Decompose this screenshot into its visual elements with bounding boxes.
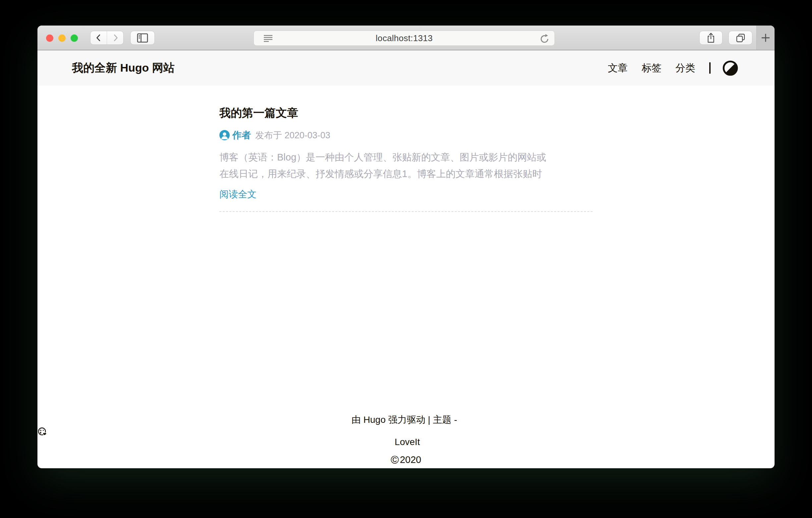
share-button[interactable] [699, 31, 723, 45]
site-nav: 文章 标签 分类 [594, 60, 738, 76]
author-link[interactable]: 作者 [232, 129, 251, 142]
nav-separator [709, 62, 710, 74]
nav-item-categories[interactable]: 分类 [675, 61, 695, 75]
plus-icon [760, 32, 771, 44]
post-divider [220, 211, 592, 212]
page-content: 我的第一篇文章 作者 发布于 2020-03-03 博客（英语 [220, 106, 592, 212]
address-bar[interactable]: localhost:1313 [254, 30, 555, 46]
footer-powered-line: 由 Hugo 强力驱动 | 主题 - LoveIt [37, 413, 775, 449]
copyright-icon: © [391, 454, 399, 466]
site-footer: 由 Hugo 强力驱动 | 主题 - LoveIt ©2020 [37, 413, 775, 466]
theme-toggle-icon[interactable] [723, 60, 738, 76]
browser-toolbar: localhost:1313 [37, 26, 775, 50]
nav-item-tags[interactable]: 标签 [642, 61, 662, 75]
site-header: 我的全新 Hugo 网站 文章 标签 分类 [37, 50, 775, 86]
new-tab-button[interactable] [756, 26, 775, 50]
summary-line: 博客（英语：Blog）是一种由个人管理、张贴新的文章、图片或影片的网站或 [220, 149, 592, 165]
post-meta: 作者 发布于 2020-03-03 [220, 129, 592, 142]
user-circle-icon [220, 130, 230, 140]
tabs-icon [735, 33, 746, 43]
site-title[interactable]: 我的全新 Hugo 网站 [72, 60, 175, 76]
post-title[interactable]: 我的第一篇文章 [220, 106, 592, 120]
minimize-button[interactable] [58, 34, 66, 42]
share-icon [706, 32, 716, 44]
traffic-lights [46, 34, 78, 42]
kiss-wink-heart-icon [37, 427, 775, 437]
publish-date: 发布于 2020-03-03 [255, 129, 330, 141]
history-buttons [90, 31, 124, 45]
summary-line: 在线日记，用来纪录、抒发情感或分享信息1。博客上的文章通常根据张贴时 [220, 165, 592, 182]
zoom-button[interactable] [70, 34, 78, 42]
back-button[interactable] [90, 31, 107, 45]
chevron-left-icon [94, 33, 103, 43]
tab-overview-button[interactable] [728, 31, 752, 45]
post-summary-card: 我的第一篇文章 作者 发布于 2020-03-03 博客（英语 [220, 106, 592, 212]
post-summary-text: 博客（英语：Blog）是一种由个人管理、张贴新的文章、图片或影片的网站或 在线日… [220, 149, 592, 182]
chevron-right-icon [111, 33, 120, 43]
nav-item-posts[interactable]: 文章 [608, 61, 628, 75]
close-button[interactable] [46, 34, 53, 42]
copyright-year: 2020 [400, 454, 421, 465]
forward-button[interactable] [107, 31, 123, 45]
read-more-link[interactable]: 阅读全文 [220, 188, 257, 201]
refresh-icon[interactable] [539, 33, 550, 44]
reader-view-icon[interactable] [263, 33, 273, 44]
powered-by-text: 由 Hugo 强力驱动 | 主题 - [352, 414, 457, 425]
browser-window: localhost:1313 [37, 26, 775, 468]
sidebar-toggle-button[interactable] [130, 31, 155, 45]
sidebar-icon [137, 33, 148, 43]
footer-copyright-line: ©2020 [37, 454, 775, 466]
url-text[interactable]: localhost:1313 [376, 33, 433, 44]
theme-name-link[interactable]: LoveIt [395, 437, 420, 447]
